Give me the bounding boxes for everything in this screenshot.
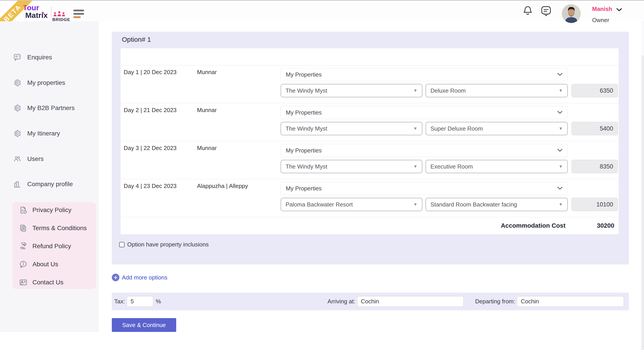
sidebar-item-label: My Itinerary: [27, 130, 60, 137]
sidebar-item-company-profile[interactable]: Company profile: [0, 177, 99, 191]
cost-field: 8350: [572, 160, 618, 173]
menu-hamburger-icon[interactable]: [73, 9, 84, 18]
sidebar-item-enquires[interactable]: ? Enquires: [0, 51, 99, 64]
sidebar-item-my-itinerary[interactable]: My Itinerary: [0, 127, 99, 140]
arriving-input[interactable]: [357, 296, 464, 307]
svg-text:?: ?: [18, 55, 20, 58]
sidebar-item-label: Refund Policy: [32, 243, 71, 250]
gear-icon: [13, 104, 22, 112]
sidebar-item-label: My B2B Partners: [27, 104, 75, 112]
sidebar-item-label: Privacy Policy: [32, 206, 71, 214]
source-select[interactable]: My Properties: [281, 68, 568, 81]
sidebar-item-my-properties[interactable]: My properties: [0, 76, 99, 90]
sidebar-item-label: About Us: [32, 261, 58, 268]
source-select[interactable]: My Properties: [281, 182, 568, 195]
source-select-value: My Properties: [286, 185, 322, 192]
tax-unit: %: [156, 298, 161, 305]
table-header-row: [120, 48, 619, 65]
dropdown-arrow-icon: ▼: [558, 126, 563, 131]
option-title: Option# 1: [122, 36, 151, 43]
logo-matrix-text: Matrix: [25, 11, 48, 20]
add-more-options-button[interactable]: + Add more options: [112, 274, 168, 281]
departing-input[interactable]: [517, 296, 624, 307]
scrollbar-track[interactable]: [641, 56, 644, 350]
inclusions-checkbox[interactable]: [119, 242, 124, 247]
sidebar-item-refund-policy[interactable]: Refund Policy: [12, 239, 96, 253]
room-dropdown[interactable]: Super Deluxe Room ▼: [426, 122, 568, 135]
tax-input[interactable]: [127, 296, 153, 307]
property-dropdown[interactable]: Paloma Backwater Resort ▼: [281, 198, 422, 211]
policy-panel: Privacy Policy Terms & Conditions: [12, 202, 96, 289]
source-select[interactable]: My Properties: [281, 106, 568, 119]
day-cell: Day 3 | 22 Dec 2023: [124, 145, 177, 152]
sidebar-item-privacy-policy[interactable]: Privacy Policy: [12, 203, 96, 217]
dropdown-arrow-icon: ▼: [558, 164, 563, 169]
info-bubble-icon: [19, 260, 28, 269]
chevron-down-icon: [557, 186, 562, 190]
source-select[interactable]: My Properties: [281, 144, 568, 157]
departing-label: Departing from:: [475, 298, 515, 305]
property-dropdown-value: The Windy Myst: [286, 163, 327, 170]
sidebar-item-label: Contact Us: [32, 279, 64, 286]
itinerary-table: Day 1 | 20 Dec 2023 Munnar My Properties…: [120, 48, 619, 234]
tax-label: Tax:: [114, 298, 125, 305]
logo-divider: [51, 6, 52, 20]
sidebar: ? Enquires My properties My B2B Part: [0, 21, 99, 332]
room-dropdown-value: Super Deluxe Room: [430, 125, 483, 132]
dropdown-arrow-icon: ▼: [413, 88, 418, 93]
sidebar-item-about-us[interactable]: About Us: [12, 258, 96, 271]
sidebar-item-my-b2b-partners[interactable]: My B2B Partners: [0, 101, 99, 115]
day-cell: Day 2 | 21 Dec 2023: [124, 107, 177, 114]
room-dropdown[interactable]: Executive Room ▼: [426, 160, 568, 173]
property-dropdown[interactable]: The Windy Myst ▼: [281, 84, 422, 97]
table-row: Day 2 | 21 Dec 2023 Munnar My Properties…: [120, 103, 619, 141]
location-cell: Munnar: [197, 69, 217, 76]
logo-i-dot: [42, 12, 44, 14]
sidebar-item-contact-us[interactable]: Contact Us: [12, 276, 96, 289]
room-dropdown[interactable]: Deluxe Room ▼: [426, 84, 568, 97]
users-icon: [13, 155, 22, 163]
dropdown-arrow-icon: ▼: [413, 126, 418, 131]
scrollbar-thumb[interactable]: [641, 21, 644, 56]
cost-field: 5400: [572, 122, 618, 135]
table-row: Day 4 | 23 Dec 2023 Alappuzha | Alleppy …: [120, 179, 619, 217]
source-select-value: My Properties: [286, 109, 322, 116]
inclusions-row: Option have property inclusions: [119, 241, 209, 248]
user-role: Owner: [592, 17, 609, 24]
sidebar-item-terms-conditions[interactable]: Terms & Conditions: [12, 221, 96, 235]
sidebar-item-label: My properties: [27, 79, 65, 86]
property-dropdown[interactable]: The Windy Myst ▼: [281, 122, 422, 135]
sidebar-item-label: Terms & Conditions: [32, 224, 87, 232]
day-cell: Day 4 | 23 Dec 2023: [124, 182, 177, 189]
user-menu-chevron-down-icon[interactable]: [616, 8, 622, 11]
chevron-down-icon: [557, 73, 562, 76]
accommodation-cost-value: 30200: [597, 222, 614, 229]
user-avatar[interactable]: [562, 4, 581, 23]
dropdown-arrow-icon: ▼: [558, 202, 563, 207]
arriving-label: Arriving at:: [328, 298, 355, 305]
accommodation-cost-label: Accommodation Cost: [501, 222, 566, 229]
messages-chat-icon[interactable]: [541, 5, 552, 16]
notifications-bell-icon[interactable]: [523, 5, 533, 16]
save-continue-button[interactable]: Save & Continue: [112, 318, 176, 332]
app-root: BETA Tour Matrix BRIDGE: [0, 0, 644, 350]
document-shield-icon: [19, 206, 28, 214]
room-dropdown[interactable]: Standard Room Backwater facing ▼: [426, 198, 568, 211]
chevron-down-icon: [557, 149, 562, 152]
dropdown-arrow-icon: ▼: [413, 164, 418, 169]
room-dropdown-value: Executive Room: [430, 163, 473, 170]
user-name[interactable]: Manish: [592, 5, 612, 12]
cost-field: 6350: [572, 84, 618, 97]
table-row: Day 3 | 22 Dec 2023 Munnar My Properties…: [120, 141, 619, 179]
source-select-value: My Properties: [286, 147, 322, 154]
location-cell: Munnar: [197, 145, 217, 152]
location-cell: Alappuzha | Alleppy: [197, 182, 248, 189]
room-dropdown-value: Deluxe Room: [430, 87, 466, 94]
property-dropdown[interactable]: The Windy Myst ▼: [281, 160, 422, 173]
source-select-value: My Properties: [286, 71, 322, 78]
sidebar-item-label: Users: [27, 155, 44, 163]
sidebar-item-users[interactable]: Users: [0, 152, 99, 166]
documents-icon: [19, 224, 28, 232]
property-dropdown-value: The Windy Myst: [286, 125, 327, 132]
room-dropdown-value: Standard Room Backwater facing: [430, 201, 517, 208]
